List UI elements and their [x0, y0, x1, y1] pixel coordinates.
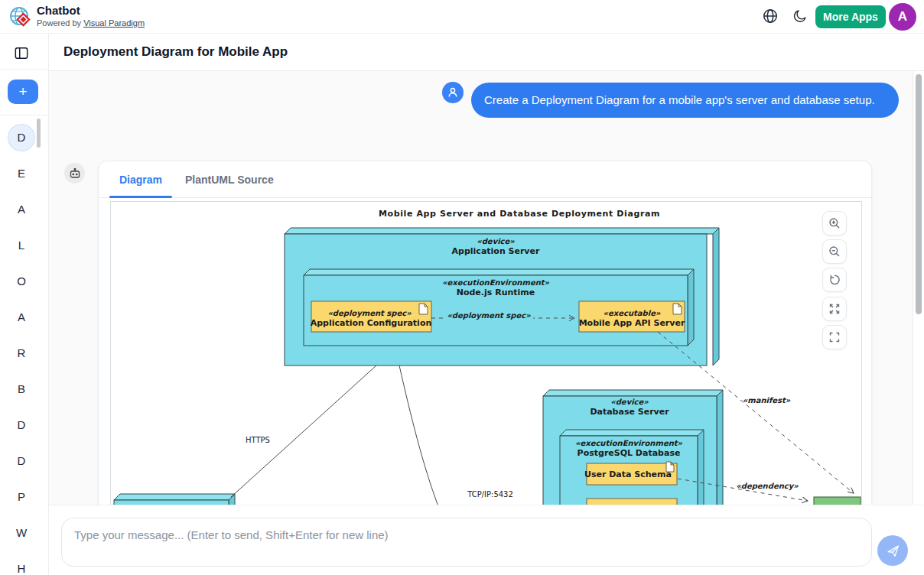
zoom-out-button[interactable] [822, 239, 847, 264]
sidebar-item-label: B [8, 376, 34, 402]
fullscreen-icon [828, 331, 841, 343]
chat-area: Create a Deployment Diagram for a mobile… [49, 71, 924, 505]
postgres-name: PostgreSQL Database [578, 448, 681, 458]
sidebar-item-1[interactable]: E [0, 155, 43, 191]
app-window: Chatbot Powered by Visual Paradigm More … [0, 0, 924, 575]
sidebar-item-label: A [8, 304, 34, 330]
edge-tcp [399, 365, 438, 505]
zoom-in-button[interactable] [822, 211, 847, 236]
diagram-title: Mobile App Server and Database Deploymen… [379, 209, 660, 219]
fullscreen-button[interactable] [822, 325, 847, 349]
expand-icon [828, 303, 841, 315]
dark-mode-button[interactable] [791, 8, 809, 26]
edge-dependency-label: «dependency» [736, 482, 799, 491]
tab-plantuml-source[interactable]: PlantUML Source [175, 161, 284, 197]
nodejs-stereotype: «executionEnvironment» [442, 278, 550, 287]
zoom-out-icon [828, 245, 841, 258]
sidebar-toggle-button[interactable] [11, 44, 32, 64]
sidebar-item-9[interactable]: D [0, 443, 43, 479]
send-button[interactable] [877, 535, 908, 566]
top-header: Chatbot Powered by Visual Paradigm More … [0, 0, 924, 34]
message-input-bar [49, 505, 924, 575]
artifact-user-data-schema: User Data Schema [584, 462, 677, 485]
sidebar-item-label: D [8, 412, 34, 438]
expand-button[interactable] [822, 297, 847, 321]
sidebar-item-12[interactable]: H [0, 551, 43, 575]
chat-scrollbar-track[interactable] [913, 71, 924, 505]
card-tabs: Diagram PlantUML Source [99, 161, 871, 198]
postgres-stereotype: «executionEnvironment» [575, 439, 683, 447]
globe-icon [762, 8, 779, 24]
sidebar: + DEALOARBDDPWH [0, 34, 49, 575]
sidebar-item-label: P [8, 484, 34, 510]
sidebar-divider [0, 69, 49, 70]
sidebar-item-label: O [8, 268, 34, 294]
app-config-stereotype: «deployment spec» [327, 309, 412, 318]
app-server-stereotype: «device» [477, 237, 515, 245]
reset-view-icon [828, 274, 841, 286]
api-server-name: Mobile App API Server [579, 318, 685, 328]
edge-deployment-spec-label: «deployment spec» [447, 311, 531, 320]
user-avatar-menu[interactable]: A [889, 3, 916, 31]
reset-view-button[interactable] [822, 268, 847, 292]
sidebar-item-label: L [8, 232, 34, 258]
db-server-stereotype: «device» [610, 398, 649, 406]
user-schema-name: User Data Schema [584, 469, 672, 479]
page-title-bar: Deployment Diagram for Mobile App [49, 34, 924, 71]
db-server-name: Database Server [590, 407, 669, 417]
main-area: Deployment Diagram for Mobile App Create… [49, 34, 924, 575]
nodejs-name: Node.js Runtime [457, 288, 535, 297]
edge-tcp-label: TCP/IP:5432 [467, 490, 513, 499]
sidebar-item-label: W [8, 520, 34, 546]
sidebar-item-11[interactable]: W [0, 515, 43, 551]
user-icon [447, 86, 459, 99]
sidebar-divider [0, 115, 49, 115]
visual-paradigm-logo [9, 6, 31, 28]
deployment-diagram: Mobile App Server and Database Deploymen… [111, 202, 861, 505]
sidebar-item-3[interactable]: L [0, 227, 43, 263]
powered-by-text: Powered by [37, 18, 83, 28]
send-icon [886, 544, 900, 558]
edge-https [231, 365, 376, 497]
artifact-partial [587, 499, 677, 505]
tab-diagram[interactable]: Diagram [109, 161, 172, 197]
sidebar-item-8[interactable]: D [0, 407, 43, 443]
visual-paradigm-link[interactable]: Visual Paradigm [83, 18, 145, 28]
sidebar-item-7[interactable]: B [0, 371, 43, 407]
api-server-stereotype: «executable» [604, 309, 661, 317]
artifact-file-icon [419, 304, 428, 314]
component-green-partial [814, 497, 861, 505]
sidebar-item-10[interactable]: P [0, 479, 43, 515]
sidebar-item-label: D [8, 125, 34, 151]
new-chat-button[interactable]: + [8, 80, 38, 104]
edge-manifest-label: «manifest» [743, 396, 791, 404]
node-bottom-left-partial [114, 494, 235, 505]
sidebar-item-4[interactable]: O [0, 263, 43, 299]
diagram-card: Diagram PlantUML Source Mobile App Serve… [98, 161, 872, 505]
artifact-application-configuration: «deployment spec» Application Configurat… [311, 301, 432, 332]
sidebar-item-label: A [8, 197, 34, 223]
sidebar-item-6[interactable]: R [0, 335, 43, 371]
sidebar-item-2[interactable]: A [0, 191, 43, 227]
diagram-viewport[interactable]: Mobile App Server and Database Deploymen… [110, 201, 862, 505]
sidebar-scrollbar[interactable] [37, 119, 41, 148]
artifact-file-icon [673, 304, 682, 314]
panel-toggle-icon [15, 47, 28, 60]
sidebar-item-label: H [8, 556, 34, 575]
edge-https-label: HTTPS [246, 436, 270, 444]
language-button[interactable] [761, 8, 779, 26]
app-server-name: Application Server [452, 246, 540, 256]
page-title: Deployment Diagram for Mobile App [63, 44, 288, 60]
zoom-in-icon [828, 217, 841, 229]
user-message-avatar [442, 82, 464, 103]
more-apps-button[interactable]: More Apps [815, 5, 886, 28]
sidebar-item-label: R [8, 340, 34, 366]
user-message-bubble: Create a Deployment Diagram for a mobile… [471, 83, 899, 118]
message-input[interactable] [61, 518, 872, 567]
chat-scrollbar-thumb[interactable] [916, 74, 922, 314]
robot-icon [69, 167, 81, 180]
sidebar-item-5[interactable]: A [0, 299, 43, 335]
sidebar-history-list: DEALOARBDDPWH [0, 119, 43, 575]
app-config-name: Application Configuration [311, 318, 432, 328]
bot-avatar [64, 163, 85, 184]
